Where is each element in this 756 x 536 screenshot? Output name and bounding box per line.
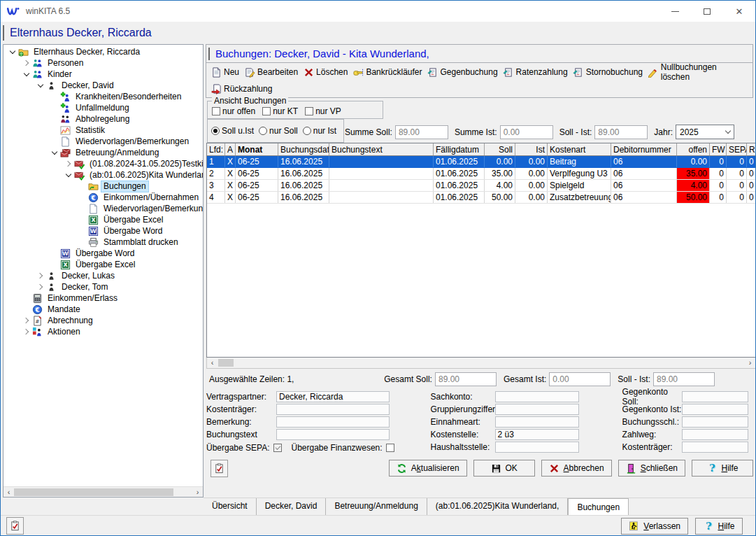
toolbar-button-rückzahlung[interactable]: Rückzahlung <box>209 83 276 95</box>
sum-value-field[interactable]: 0.00 <box>549 372 611 386</box>
toolbar-button-stornobuchung[interactable]: Stornobuchung <box>571 66 646 78</box>
tree-item-übergabe-word[interactable]: WÜbergabe Word <box>3 248 203 259</box>
tree-item-statistik[interactable]: Statistik <box>3 125 203 136</box>
tree-scroll-thumb[interactable] <box>14 488 173 496</box>
field-input-zahlweg[interactable] <box>682 429 748 440</box>
tab-übersicht[interactable]: Übersicht <box>204 498 257 515</box>
scroll-right-icon[interactable]: › <box>745 358 755 368</box>
tree-item-buchungen[interactable]: Buchungen <box>3 181 203 192</box>
sum-value-field[interactable]: 89.00 <box>594 125 648 139</box>
sum-value-field[interactable]: 0.00 <box>500 125 553 139</box>
radio-soll-u-ist[interactable]: Soll u.Ist <box>211 126 254 136</box>
tree-horizontal-scrollbar[interactable]: ‹ › <box>3 486 203 497</box>
tree-item-kinder[interactable]: Kinder <box>3 69 203 80</box>
field-input-sachkonto[interactable] <box>495 391 579 402</box>
toolbar-button-bearbeiten[interactable]: Bearbeiten <box>243 66 301 78</box>
field-input-gegenkonto-soll[interactable] <box>682 391 748 402</box>
aktualisieren-button[interactable]: Aktualisieren <box>389 460 467 477</box>
checklist-button[interactable] <box>211 460 228 477</box>
tree-item-einkommen-erlass[interactable]: Einkommen/Erlass <box>3 292 203 304</box>
tree-item-ab-01-06-2025-kita-wunderland[interactable]: (ab:01.06.2025)Kita Wunderland, <box>3 169 203 181</box>
sum-value-field[interactable]: 89.00 <box>395 125 448 139</box>
sum-value-field[interactable]: 89.00 <box>653 372 715 386</box>
toolbar-button-nullbuchungen-löschen[interactable]: Nullbuchungen löschen <box>646 62 750 83</box>
tree-item-einkommen-übernahmen[interactable]: €Einkommen/Übernahmen <box>3 192 203 203</box>
close-button[interactable]: ✕ <box>723 1 755 22</box>
table-horizontal-scrollbar[interactable]: ‹ › <box>206 358 756 369</box>
tree-expander-icon[interactable] <box>36 282 45 292</box>
tree-expander-icon[interactable] <box>36 271 45 281</box>
checkbox-übergabe-sepa[interactable] <box>273 444 282 452</box>
tree-item-abrechnung[interactable]: #Abrechnung <box>3 315 203 326</box>
field-input-gruppierungziffer[interactable] <box>495 404 579 415</box>
tree-item-mandate[interactable]: €Mandate <box>3 304 203 315</box>
tree-item-01-08-2024-31-05-2025-testkita[interactable]: (01.08.2024-31.05.2025)Testkita <box>3 158 203 169</box>
tree-item-aktionen[interactable]: Aktionen <box>3 326 203 337</box>
verlassen-button[interactable]: Verlassen <box>621 518 688 535</box>
toolbar-button-ratenzahlung[interactable]: Ratenzahlung <box>501 66 571 78</box>
field-input-buchungstext[interactable] <box>276 429 390 440</box>
tree-item-decker-david[interactable]: Decker, David <box>3 80 203 91</box>
toolbar-button-neu[interactable]: Neu <box>209 66 243 78</box>
checklist-button-footer[interactable] <box>6 517 24 535</box>
radio-nur-ist[interactable]: nur Ist <box>303 126 336 136</box>
scroll-left-icon[interactable]: ‹ <box>3 487 14 498</box>
tab-buchungen[interactable]: Buchungen <box>568 498 629 515</box>
table-scroll-thumb[interactable] <box>218 359 234 367</box>
field-input-bemerkung[interactable] <box>276 416 390 428</box>
toolbar-button-gegenbuchung[interactable]: Gegenbuchung <box>425 66 501 78</box>
field-input-kostenstelle[interactable]: 2 ü3 <box>495 429 579 440</box>
tree-item-decker-lukas[interactable]: Decker, Lukas <box>3 270 203 281</box>
scroll-right-icon[interactable]: › <box>192 487 203 498</box>
tree-item-stammblatt-drucken[interactable]: Stammblatt drucken <box>3 237 203 248</box>
toolbar-button-löschen[interactable]: Löschen <box>301 66 351 78</box>
table-row[interactable]: 1X06-2516.06.202501.06.20250.000.00Beitr… <box>207 156 755 168</box>
tree-item-abholregelung[interactable]: Abholregelung <box>3 113 203 125</box>
tree-item-decker-tom[interactable]: Decker, Tom <box>3 281 203 292</box>
tree-expander-icon[interactable] <box>22 58 31 68</box>
tree-item-krankheiten-besonderheiten[interactable]: Krankheiten/Besonderheiten <box>3 91 203 102</box>
hilfe-button[interactable]: ?Hilfe <box>695 518 743 535</box>
table-row[interactable]: 3X06-2516.06.202501.06.20254.000.00Spiel… <box>207 180 755 192</box>
tree-expander-icon[interactable] <box>8 47 17 57</box>
tree-item-unfallmeldung[interactable]: Unfallmeldung <box>3 102 203 113</box>
tree-expander-icon[interactable] <box>22 316 31 325</box>
abbrechen-button[interactable]: Abbrechen <box>541 460 612 477</box>
minimize-button[interactable] <box>659 1 691 22</box>
field-input-einnahmeart[interactable] <box>495 416 579 428</box>
hilfe-button[interactable]: ?Hilfe <box>692 460 753 477</box>
field-input-buchungsschl[interactable] <box>682 416 748 428</box>
tree-item-wiedervorlagen-bemerkungen[interactable]: Wiedervorlagen/Bemerkungen <box>3 203 203 214</box>
tree-item-übergabe-excel[interactable]: XÜbergabe Excel <box>3 214 203 225</box>
checkbox-nur-offen[interactable]: nur offen <box>212 106 255 116</box>
checkbox-übergabe-finanzwesen[interactable] <box>386 444 394 452</box>
tree-item-elternhaus-decker-riccarda[interactable]: Elternhaus Decker, Riccarda <box>3 46 203 57</box>
field-input-vertragspartner[interactable]: Decker, Riccarda <box>276 391 390 402</box>
field-input-haushaltsstelle[interactable] <box>495 442 579 453</box>
scroll-left-icon[interactable]: ‹ <box>207 358 217 368</box>
radio-nur-soll[interactable]: nur Soll <box>259 126 298 136</box>
tree-expander-icon[interactable] <box>22 69 31 79</box>
table-row[interactable]: 2X06-2516.06.202501.06.202535.000.00Verp… <box>207 168 755 180</box>
tree-item-übergabe-excel[interactable]: XÜbergabe Excel <box>3 259 203 270</box>
tab-decker-david[interactable]: Decker, David <box>257 498 327 515</box>
toolbar-button-bankrückläufer[interactable]: Bankrückläufer <box>351 66 425 78</box>
checkbox-nur-kt[interactable]: nur KT <box>262 106 298 116</box>
tree-item-betreuung-anmeldung[interactable]: Betreuung/Anmeldung <box>3 147 203 158</box>
sum-value-field[interactable]: 89.00 <box>435 372 497 386</box>
field-input-kostenträger[interactable] <box>682 442 748 453</box>
field-input-kostenträger[interactable] <box>276 404 390 415</box>
tab-betreuung-anmeldung[interactable]: Betreuung/Anmeldung <box>326 498 427 515</box>
year-dropdown[interactable]: 2025 <box>676 125 734 139</box>
table-row[interactable]: 4X06-2516.06.202501.06.202550.000.00Zusa… <box>207 192 755 204</box>
tree-expander-icon[interactable] <box>22 327 31 337</box>
field-input-gegenkonto-ist[interactable] <box>682 404 748 415</box>
tree-expander-icon[interactable] <box>64 159 73 169</box>
tree-expander-icon[interactable] <box>36 80 45 90</box>
tree-expander-icon[interactable] <box>64 170 73 180</box>
tree-item-wiedervorlagen-bemerkungen[interactable]: Wiedervorlagen/Bemerkungen <box>3 136 203 147</box>
ok-button[interactable]: OK <box>473 460 535 477</box>
tree-expander-icon[interactable] <box>50 148 59 157</box>
tree-item-personen[interactable]: Personen <box>3 57 203 69</box>
tree-item-übergabe-word[interactable]: WÜbergabe Word <box>3 225 203 237</box>
